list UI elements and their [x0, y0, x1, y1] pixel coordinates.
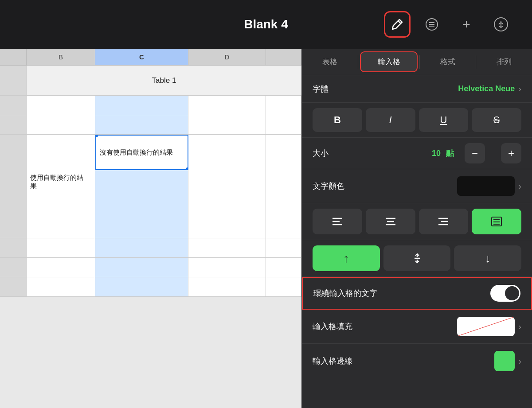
- bold-button[interactable]: B: [313, 108, 362, 132]
- halign-justify-button[interactable]: [472, 209, 521, 234]
- col-header-d[interactable]: D: [188, 49, 266, 66]
- cell-c3[interactable]: [95, 219, 188, 238]
- cell-d4[interactable]: [188, 238, 266, 257]
- font-label: 字體: [313, 84, 458, 94]
- size-unit: 點: [446, 148, 454, 159]
- row-num-5: [0, 258, 27, 277]
- cell-rest-4: [266, 238, 301, 257]
- fill-chevron-icon: ›: [518, 322, 521, 332]
- border-label: 輸入格邊線: [313, 356, 494, 366]
- selection-handle-tl: [95, 135, 98, 137]
- row-num-1: [0, 96, 27, 115]
- cell-c6[interactable]: [95, 277, 188, 296]
- cell-d6[interactable]: [188, 277, 266, 296]
- cell-d-wrap[interactable]: [188, 170, 266, 219]
- halign-left-button[interactable]: [313, 209, 362, 234]
- color-chevron-icon: ›: [518, 181, 521, 191]
- border-row[interactable]: 輸入格邊線 ›: [302, 344, 532, 378]
- format-button[interactable]: [384, 11, 411, 38]
- share-button[interactable]: [488, 11, 514, 38]
- font-row[interactable]: 字體 Helvetica Neue ›: [302, 75, 532, 103]
- wrap-toggle-row: 環繞輸入格的文字: [302, 277, 532, 310]
- halign-right-button[interactable]: [419, 209, 469, 234]
- strikethrough-button[interactable]: S: [472, 108, 521, 132]
- top-bar: Blank 4 +: [0, 0, 532, 49]
- sheet-row-3: [0, 219, 301, 238]
- fill-row[interactable]: 輸入格填充 ›: [302, 310, 532, 344]
- color-row[interactable]: 文字顏色 ›: [302, 169, 532, 203]
- cell-rest-2: [266, 115, 301, 134]
- font-value: Helvetica Neue: [458, 84, 515, 93]
- cell-b2[interactable]: [27, 115, 95, 134]
- row-num-6: [0, 277, 27, 296]
- border-swatch[interactable]: [494, 351, 515, 371]
- cell-d-active[interactable]: [188, 135, 266, 170]
- font-chevron-icon: ›: [518, 84, 521, 94]
- active-cell[interactable]: 沒有使用自動換行的結果: [95, 135, 188, 170]
- cell-b1[interactable]: [27, 96, 95, 115]
- format-panel: 表格 輸入格 格式 排列 字體 Helvetica Neue ›: [301, 49, 532, 408]
- tab-divider-1: [358, 55, 358, 69]
- cell-b6[interactable]: [27, 277, 95, 296]
- size-increase-button[interactable]: +: [501, 143, 521, 163]
- border-chevron-icon: ›: [518, 356, 521, 366]
- wrap-label: 環繞輸入格的文字: [313, 288, 490, 299]
- tab-arrange[interactable]: 排列: [476, 49, 532, 75]
- size-value: 10: [432, 149, 441, 158]
- tab-table[interactable]: 表格: [302, 49, 358, 75]
- tab-cell[interactable]: 輸入格: [360, 51, 418, 72]
- cell-d3[interactable]: [188, 219, 266, 238]
- main-content: B C D Table 1: [0, 49, 532, 408]
- cell-d1[interactable]: [188, 96, 266, 115]
- fill-swatch-line: [457, 317, 515, 336]
- wrap-toggle[interactable]: [490, 285, 520, 302]
- panel-tabs: 表格 輸入格 格式 排列: [302, 49, 532, 75]
- cell-b4[interactable]: [27, 238, 95, 257]
- cell-b-active[interactable]: [27, 135, 95, 170]
- italic-button[interactable]: I: [366, 108, 415, 132]
- tab-format[interactable]: 格式: [420, 49, 476, 75]
- row-num-3: [0, 219, 27, 238]
- cell-rest-wrap: [266, 170, 301, 219]
- valign-row: ↑ ↓: [302, 240, 532, 277]
- valign-top-button[interactable]: ↑: [313, 245, 380, 271]
- col-header-rest: [266, 49, 301, 66]
- sheet-row-2: [0, 115, 301, 135]
- sheet-row-active: 沒有使用自動換行的結果: [0, 135, 301, 170]
- sheet-row-5: [0, 258, 301, 277]
- selection-handle-br: [186, 167, 188, 170]
- valign-bottom-button[interactable]: ↓: [454, 245, 521, 271]
- sheet-row-wrap: 使用自動換行的結 果: [0, 170, 301, 219]
- color-swatch[interactable]: [457, 176, 515, 196]
- cell-c5[interactable]: [95, 258, 188, 277]
- col-header-c[interactable]: C: [95, 49, 188, 66]
- fill-swatch[interactable]: [457, 317, 515, 336]
- underline-button[interactable]: U: [419, 108, 469, 132]
- valign-middle-button[interactable]: [383, 245, 451, 271]
- row-num-active: [0, 135, 27, 170]
- size-label: 大小: [313, 148, 426, 159]
- text-style-row: B I U S: [302, 103, 532, 138]
- cell-rest-5: [266, 258, 301, 277]
- size-decrease-button[interactable]: −: [465, 143, 485, 163]
- top-bar-actions: +: [384, 11, 514, 38]
- halign-center-button[interactable]: [366, 209, 415, 234]
- list-button[interactable]: [419, 11, 445, 38]
- sheet-row-6: [0, 277, 301, 297]
- cell-rest-6: [266, 277, 301, 296]
- col-header-b[interactable]: B: [27, 49, 95, 66]
- cell-b3[interactable]: [27, 219, 95, 238]
- cell-c4[interactable]: [95, 238, 188, 257]
- cell-c2[interactable]: [95, 115, 188, 134]
- cell-d5[interactable]: [188, 258, 266, 277]
- col-header-row: [0, 49, 27, 66]
- sheet-row-1: [0, 96, 301, 115]
- cell-c1[interactable]: [95, 96, 188, 115]
- cell-d2[interactable]: [188, 115, 266, 134]
- row-num-4: [0, 238, 27, 257]
- cell-c-wrap[interactable]: [95, 170, 188, 219]
- cell-b5[interactable]: [27, 258, 95, 277]
- add-button[interactable]: +: [453, 11, 480, 38]
- row-num-2: [0, 115, 27, 134]
- cell-b-wrap[interactable]: 使用自動換行的結 果: [27, 170, 95, 219]
